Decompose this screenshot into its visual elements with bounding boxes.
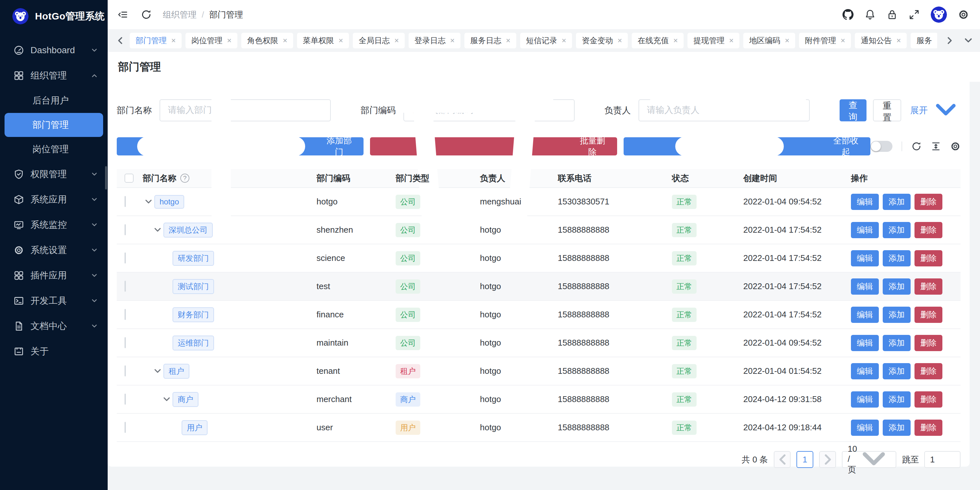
delete-button[interactable]: 删除 bbox=[915, 278, 942, 295]
delete-button[interactable]: 删除 bbox=[915, 363, 942, 379]
department-name-tag[interactable]: 财务部门 bbox=[172, 307, 214, 322]
close-icon[interactable]: × bbox=[562, 37, 566, 45]
add-button[interactable]: 添加 bbox=[883, 391, 911, 408]
select-all-checkbox[interactable] bbox=[124, 174, 134, 183]
close-icon[interactable]: × bbox=[785, 37, 789, 45]
close-icon[interactable]: × bbox=[617, 37, 622, 45]
tabs-scroll-right-icon[interactable] bbox=[944, 35, 955, 46]
prev-page-button[interactable] bbox=[774, 451, 791, 468]
add-button[interactable]: 添加 bbox=[883, 420, 911, 436]
delete-button[interactable]: 删除 bbox=[915, 391, 942, 408]
tab[interactable]: 登录日志× bbox=[409, 33, 460, 48]
breadcrumb-parent[interactable]: 组织管理 bbox=[163, 9, 197, 21]
delete-button[interactable]: 删除 bbox=[915, 306, 942, 323]
edit-button[interactable]: 编辑 bbox=[851, 335, 879, 351]
close-icon[interactable]: × bbox=[729, 37, 733, 45]
row-checkbox[interactable] bbox=[124, 366, 126, 377]
sidebar-item-cube[interactable]: 系统应用 bbox=[0, 187, 108, 212]
department-name-tag[interactable]: 研发部门 bbox=[172, 251, 214, 266]
tab[interactable]: 短信记录× bbox=[520, 33, 572, 48]
row-checkbox[interactable] bbox=[124, 196, 126, 207]
department-name-tag[interactable]: 用户 bbox=[181, 420, 208, 435]
close-icon[interactable]: × bbox=[506, 37, 511, 45]
page-size-select[interactable]: 10 / 页 bbox=[842, 451, 896, 468]
sidebar-item-plugin[interactable]: 插件应用 bbox=[0, 263, 108, 288]
edit-button[interactable]: 编辑 bbox=[851, 278, 879, 295]
app-logo[interactable]: HotGo管理系统 bbox=[0, 0, 108, 32]
tree-expand-icon[interactable] bbox=[153, 367, 162, 376]
query-button[interactable]: 查询 bbox=[840, 99, 867, 121]
tab[interactable]: 提现管理× bbox=[687, 33, 740, 48]
tab[interactable]: 附件管理× bbox=[799, 33, 851, 48]
close-icon[interactable]: × bbox=[395, 37, 399, 45]
sidebar-item-doc[interactable]: 文档中心 bbox=[0, 313, 108, 339]
edit-button[interactable]: 编辑 bbox=[851, 363, 879, 379]
add-button[interactable]: 添加 bbox=[883, 194, 911, 210]
tab[interactable]: 岗位管理× bbox=[186, 33, 237, 48]
expand-form-link[interactable]: 展开 bbox=[910, 96, 961, 125]
close-icon[interactable]: × bbox=[283, 37, 287, 45]
next-page-button[interactable] bbox=[819, 451, 836, 468]
tree-expand-icon[interactable] bbox=[153, 225, 162, 235]
add-button[interactable]: 添加 bbox=[883, 363, 911, 379]
tab[interactable]: 角色权限× bbox=[241, 33, 293, 48]
department-name-tag[interactable]: 商户 bbox=[172, 392, 199, 407]
department-name-tag[interactable]: 测试部门 bbox=[172, 279, 214, 294]
fullscreen-icon[interactable] bbox=[908, 9, 920, 20]
add-button[interactable]: 添加 bbox=[883, 250, 911, 267]
delete-button[interactable]: 删除 bbox=[915, 222, 942, 238]
row-checkbox[interactable] bbox=[124, 281, 126, 292]
tree-expand-icon[interactable] bbox=[162, 395, 171, 404]
stripe-toggle[interactable] bbox=[870, 141, 892, 152]
tabs-scroll-left-icon[interactable] bbox=[115, 35, 125, 46]
tab[interactable]: 菜单权限× bbox=[297, 33, 349, 48]
page-1-button[interactable]: 1 bbox=[797, 451, 813, 468]
sidebar-subitem[interactable]: 岗位管理 bbox=[5, 137, 103, 161]
tab[interactable]: 服务日志× bbox=[465, 33, 516, 48]
sidebar-item-org[interactable]: 组织管理 bbox=[0, 63, 108, 88]
delete-button[interactable]: 删除 bbox=[915, 335, 942, 351]
sidebar-scrollbar[interactable] bbox=[105, 166, 107, 190]
sidebar-subitem[interactable]: 部门管理 bbox=[5, 113, 103, 137]
delete-button[interactable]: 删除 bbox=[915, 194, 942, 210]
tab[interactable]: 在线充值× bbox=[632, 33, 684, 48]
table-refresh-icon[interactable] bbox=[911, 141, 922, 152]
sidebar-subitem[interactable]: 后台用户 bbox=[5, 88, 103, 113]
tab[interactable]: 地区编码× bbox=[743, 33, 795, 48]
github-icon[interactable] bbox=[843, 9, 854, 20]
collapse-all-button[interactable]: 全部收起 bbox=[624, 137, 870, 155]
column-settings-icon[interactable] bbox=[950, 141, 961, 152]
sidebar-item-terminal[interactable]: 开发工具 bbox=[0, 288, 108, 313]
close-icon[interactable]: × bbox=[896, 37, 901, 45]
tab[interactable]: 通知公告× bbox=[855, 33, 907, 48]
tabs-menu-icon[interactable] bbox=[963, 35, 974, 46]
sidebar-item-about[interactable]: 关于 bbox=[0, 339, 108, 364]
lock-icon[interactable] bbox=[887, 9, 897, 20]
close-icon[interactable]: × bbox=[171, 37, 176, 45]
reset-button[interactable]: 重置 bbox=[873, 99, 901, 121]
jump-page-input[interactable] bbox=[924, 451, 961, 468]
add-department-button[interactable]: 添加部门 bbox=[117, 137, 364, 155]
bell-icon[interactable] bbox=[865, 9, 876, 20]
sidebar-item-shield[interactable]: 权限管理 bbox=[0, 161, 108, 187]
department-name-tag[interactable]: 运维部门 bbox=[172, 335, 214, 351]
add-button[interactable]: 添加 bbox=[883, 335, 911, 351]
row-checkbox[interactable] bbox=[124, 309, 126, 320]
department-name-tag[interactable]: 深圳总公司 bbox=[164, 223, 213, 238]
edit-button[interactable]: 编辑 bbox=[851, 250, 879, 267]
close-icon[interactable]: × bbox=[673, 37, 678, 45]
tab[interactable]: 部门管理× bbox=[130, 33, 181, 48]
delete-button[interactable]: 删除 bbox=[915, 420, 942, 436]
row-density-icon[interactable] bbox=[931, 141, 941, 152]
edit-button[interactable]: 编辑 bbox=[851, 306, 879, 323]
edit-button[interactable]: 编辑 bbox=[851, 391, 879, 408]
add-button[interactable]: 添加 bbox=[883, 222, 911, 238]
tree-expand-icon[interactable] bbox=[144, 197, 153, 206]
tab[interactable]: 全局日志× bbox=[353, 33, 405, 48]
delete-button[interactable]: 删除 bbox=[915, 250, 942, 267]
close-icon[interactable]: × bbox=[450, 37, 455, 45]
row-checkbox[interactable] bbox=[124, 224, 126, 235]
sidebar-item-gear[interactable]: 系统设置 bbox=[0, 238, 108, 263]
settings-icon[interactable] bbox=[958, 9, 969, 20]
row-checkbox[interactable] bbox=[124, 252, 126, 263]
